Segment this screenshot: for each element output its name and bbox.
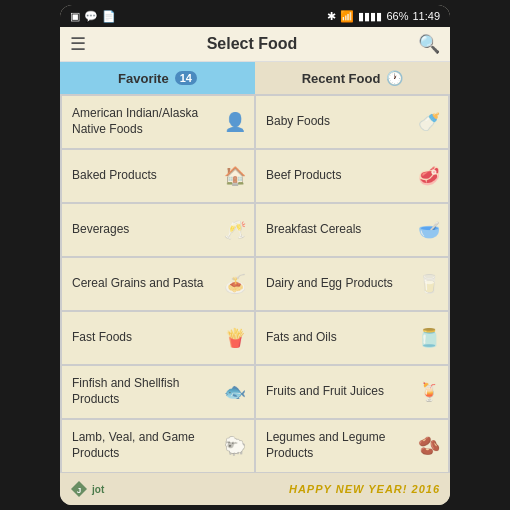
list-item[interactable]: Finfish and Shellfish Products 🐟	[62, 366, 254, 418]
menu-icon[interactable]: ☰	[70, 33, 86, 55]
battery-text: 66%	[386, 10, 408, 22]
doc-icon: 📄	[102, 10, 116, 23]
status-right: ✱ 📶 ▮▮▮▮ 66% 11:49	[327, 10, 440, 23]
list-item[interactable]: Baby Foods 🍼	[256, 96, 448, 148]
list-item[interactable]: Breakfast Cereals 🥣	[256, 204, 448, 256]
food-item-icon: 🥛	[418, 273, 440, 295]
tab-bar: Favorite 14 Recent Food 🕐	[60, 62, 450, 94]
footer-banner: HAPPY NEW YEAR! 2016	[289, 483, 440, 495]
food-item-icon: 🫘	[418, 435, 440, 457]
food-name: Fast Foods	[72, 330, 220, 346]
food-name: Baby Foods	[266, 114, 414, 130]
search-icon[interactable]: 🔍	[418, 33, 440, 55]
food-item-icon: 🍝	[224, 273, 246, 295]
wifi-icon: 📶	[340, 10, 354, 23]
food-item-icon: 🥂	[224, 219, 246, 241]
tab-favorite[interactable]: Favorite 14	[60, 62, 255, 94]
tab-recent-label: Recent Food	[302, 71, 381, 86]
food-name: Breakfast Cereals	[266, 222, 414, 238]
list-item[interactable]: Fast Foods 🍟	[62, 312, 254, 364]
list-item[interactable]: Legumes and Legume Products 🫘	[256, 420, 448, 472]
food-name: Finfish and Shellfish Products	[72, 376, 220, 407]
status-bar: ▣ 💬 📄 ✱ 📶 ▮▮▮▮ 66% 11:49	[60, 5, 450, 27]
app-footer: J jot HAPPY NEW YEAR! 2016	[60, 473, 450, 505]
list-item[interactable]: Beef Products 🥩	[256, 150, 448, 202]
screen-icon: ▣	[70, 10, 80, 23]
list-item[interactable]: Lamb, Veal, and Game Products 🐑	[62, 420, 254, 472]
time-display: 11:49	[412, 10, 440, 22]
tab-favorite-label: Favorite	[118, 71, 169, 86]
food-item-icon: 👤	[224, 111, 246, 133]
food-name: Fats and Oils	[266, 330, 414, 346]
food-item-icon: 🐑	[224, 435, 246, 457]
food-name: American Indian/Alaska Native Foods	[72, 106, 220, 137]
list-item[interactable]: Fats and Oils 🫙	[256, 312, 448, 364]
list-item[interactable]: Fruits and Fruit Juices 🍹	[256, 366, 448, 418]
clock-icon: 🕐	[386, 70, 403, 86]
food-item-icon: 🏠	[224, 165, 246, 187]
food-item-icon: 🥣	[418, 219, 440, 241]
footer-logo: J jot	[70, 480, 104, 498]
list-item[interactable]: Baked Products 🏠	[62, 150, 254, 202]
food-item-icon: 🍟	[224, 327, 246, 349]
svg-text:J: J	[77, 486, 81, 495]
logo-icon: J	[70, 480, 88, 498]
signal-icon: ▮▮▮▮	[358, 10, 382, 23]
food-name: Legumes and Legume Products	[266, 430, 414, 461]
food-name: Dairy and Egg Products	[266, 276, 414, 292]
status-left: ▣ 💬 📄	[70, 10, 116, 23]
food-name: Beverages	[72, 222, 220, 238]
food-name: Cereal Grains and Pasta	[72, 276, 220, 292]
food-name: Fruits and Fruit Juices	[266, 384, 414, 400]
page-title: Select Food	[207, 35, 298, 53]
tab-recent[interactable]: Recent Food 🕐	[255, 62, 450, 94]
food-name: Baked Products	[72, 168, 220, 184]
list-item[interactable]: Dairy and Egg Products 🥛	[256, 258, 448, 310]
food-item-icon: 🍼	[418, 111, 440, 133]
list-item[interactable]: Cereal Grains and Pasta 🍝	[62, 258, 254, 310]
app-header: ☰ Select Food 🔍	[60, 27, 450, 62]
food-item-icon: 🥩	[418, 165, 440, 187]
bluetooth-icon: ✱	[327, 10, 336, 23]
list-item[interactable]: American Indian/Alaska Native Foods 👤	[62, 96, 254, 148]
food-item-icon: 🫙	[418, 327, 440, 349]
food-item-icon: 🐟	[224, 381, 246, 403]
food-name: Beef Products	[266, 168, 414, 184]
footer-logo-text: jot	[92, 484, 104, 495]
food-grid: American Indian/Alaska Native Foods 👤 Ba…	[60, 94, 450, 473]
food-name: Lamb, Veal, and Game Products	[72, 430, 220, 461]
list-item[interactable]: Beverages 🥂	[62, 204, 254, 256]
chat-icon: 💬	[84, 10, 98, 23]
phone-container: ▣ 💬 📄 ✱ 📶 ▮▮▮▮ 66% 11:49 ☰ Select Food 🔍…	[60, 5, 450, 505]
food-item-icon: 🍹	[418, 381, 440, 403]
tab-favorite-badge: 14	[175, 71, 197, 85]
